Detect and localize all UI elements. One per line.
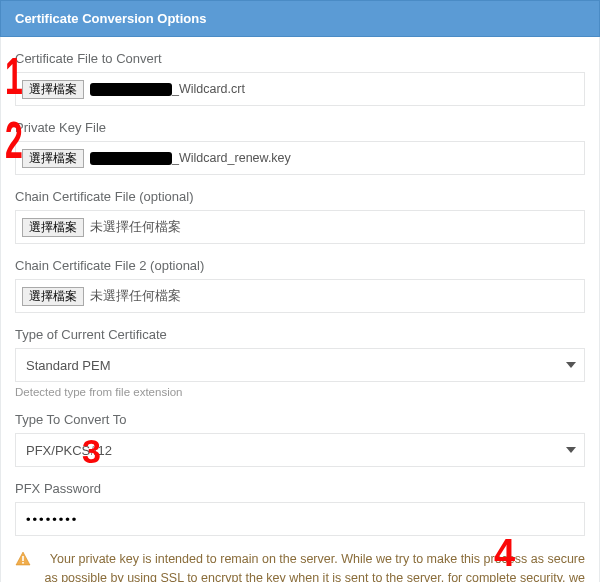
svg-rect-0 xyxy=(22,556,24,561)
field-current-type: Type of Current Certificate Standard PEM… xyxy=(15,327,585,398)
field-private-key: Private Key File 選擇檔案 _Wildcard_renew.ke… xyxy=(15,120,585,175)
chain1-input[interactable]: 選擇檔案 未選擇任何檔案 xyxy=(15,210,585,244)
private-key-input[interactable]: 選擇檔案 _Wildcard_renew.key xyxy=(15,141,585,175)
convert-to-label: Type To Convert To xyxy=(15,412,585,427)
field-pfx-password: PFX Password xyxy=(15,481,585,536)
field-chain1: Chain Certificate File (optional) 選擇檔案 未… xyxy=(15,189,585,244)
chain1-no-file: 未選擇任何檔案 xyxy=(90,219,181,236)
field-convert-to: Type To Convert To PFX/PKCS#12 xyxy=(15,412,585,467)
cert-file-suffix: _Wildcard.crt xyxy=(172,82,245,96)
current-type-help: Detected type from file extension xyxy=(15,386,585,398)
current-type-select[interactable]: Standard PEM xyxy=(15,348,585,382)
chain1-label: Chain Certificate File (optional) xyxy=(15,189,585,204)
chain2-label: Chain Certificate File 2 (optional) xyxy=(15,258,585,273)
chain1-browse-button[interactable]: 選擇檔案 xyxy=(22,218,84,237)
security-warning: Your private key is intended to remain o… xyxy=(15,550,585,582)
svg-rect-1 xyxy=(22,562,24,564)
panel-body: Certificate File to Convert 選擇檔案 _Wildca… xyxy=(0,37,600,582)
private-key-browse-button[interactable]: 選擇檔案 xyxy=(22,149,84,168)
private-key-suffix: _Wildcard_renew.key xyxy=(172,151,291,165)
private-key-label: Private Key File xyxy=(15,120,585,135)
chain2-input[interactable]: 選擇檔案 未選擇任何檔案 xyxy=(15,279,585,313)
private-key-name: _Wildcard_renew.key xyxy=(90,151,291,165)
redacted-text xyxy=(90,152,172,165)
panel-title: Certificate Conversion Options xyxy=(15,11,206,26)
cert-file-name: _Wildcard.crt xyxy=(90,82,245,96)
field-chain2: Chain Certificate File 2 (optional) 選擇檔案… xyxy=(15,258,585,313)
warning-text: Your private key is intended to remain o… xyxy=(37,550,585,582)
current-type-label: Type of Current Certificate xyxy=(15,327,585,342)
pfx-password-label: PFX Password xyxy=(15,481,585,496)
panel-header: Certificate Conversion Options xyxy=(0,0,600,37)
pfx-password-input[interactable] xyxy=(15,502,585,536)
chain2-browse-button[interactable]: 選擇檔案 xyxy=(22,287,84,306)
cert-file-input[interactable]: 選擇檔案 _Wildcard.crt xyxy=(15,72,585,106)
warning-icon xyxy=(15,551,31,567)
field-cert-file: Certificate File to Convert 選擇檔案 _Wildca… xyxy=(15,51,585,106)
convert-to-select[interactable]: PFX/PKCS#12 xyxy=(15,433,585,467)
redacted-text xyxy=(90,83,172,96)
cert-file-browse-button[interactable]: 選擇檔案 xyxy=(22,80,84,99)
chain2-no-file: 未選擇任何檔案 xyxy=(90,288,181,305)
cert-file-label: Certificate File to Convert xyxy=(15,51,585,66)
